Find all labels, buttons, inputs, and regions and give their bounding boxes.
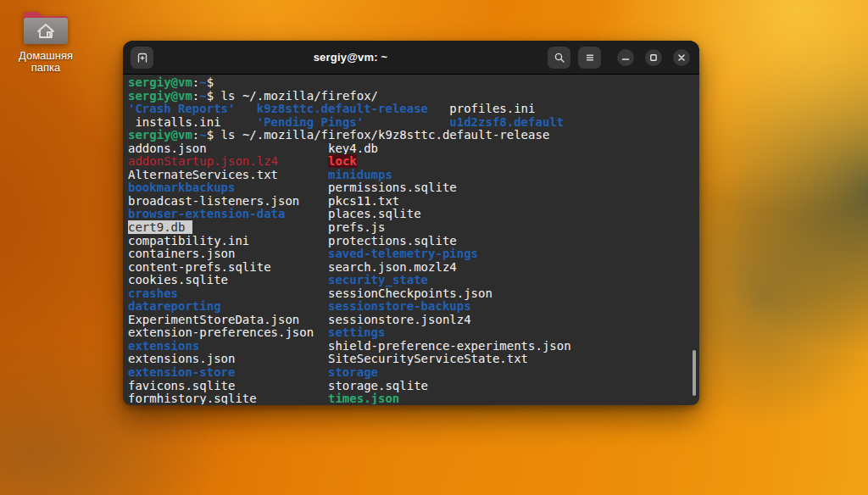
terminal-pad (221, 299, 328, 313)
terminal-line: addons.json key4.db (128, 142, 699, 156)
terminal-text-segment: shield-preference-experiments.json (328, 339, 571, 353)
terminal-line: sergiy@vm:~$ ls ~/.mozilla/firefox/k9z8s… (128, 129, 699, 142)
terminal-text-segment: broadcast-listeners.json (128, 194, 299, 208)
terminal-line: installs.ini 'Pending Pings' u1d2zsf8.de… (128, 116, 699, 130)
terminal-pad (299, 194, 328, 208)
terminal-text-segment: datareporting (128, 299, 221, 313)
terminal-window: sergiy@vm: ~ (123, 41, 699, 405)
terminal-line: compatibility.ini protections.sqlite (128, 235, 699, 248)
terminal-text-segment: profiles.ini (449, 102, 535, 115)
terminal-pad (428, 102, 449, 115)
terminal-text-segment: sessionstore-backups (328, 299, 471, 313)
terminal-text-segment: storage.sqlite (328, 379, 428, 392)
search-icon (554, 52, 565, 64)
terminal-line: cert9.db prefs.js (128, 221, 699, 235)
terminal-pad (207, 142, 328, 155)
scrollbar-thumb[interactable] (693, 350, 696, 396)
terminal-text-segment: containers.json (128, 247, 235, 260)
desktop-wallpaper: { "desktop": { "home_icon_label": "Домаш… (0, 0, 868, 495)
terminal-pad (271, 260, 328, 274)
terminal-pad (278, 154, 328, 168)
terminal-line: content-prefs.sqlite search.json.mozlz4 (128, 261, 699, 275)
window-title: sergiy@vm: ~ (153, 51, 548, 64)
terminal-text-segment: ~ (199, 128, 206, 142)
terminal-pad (221, 115, 257, 129)
home-folder-icon (21, 7, 70, 47)
terminal-line: extension-preferences.json settings (128, 326, 699, 340)
terminal-pad (235, 247, 328, 260)
terminal-line: ExperimentStoreData.json sessionstore.js… (128, 314, 699, 327)
terminal-text-segment: favicons.sqlite (128, 379, 235, 392)
terminal-pad (235, 379, 328, 392)
terminal-line: sergiy@vm:~$ (128, 76, 699, 90)
terminal-pad (249, 234, 328, 248)
window-controls (617, 49, 690, 66)
hamburger-menu-icon (584, 52, 596, 64)
terminal-text-segment: addons.json (128, 142, 207, 155)
terminal-text-segment: minidumps (328, 168, 392, 181)
terminal-pad (285, 207, 328, 220)
terminal-text-segment: extensions.json (128, 352, 235, 365)
terminal-text-segment: content-prefs.sqlite (128, 260, 271, 274)
terminal-output[interactable]: sergiy@vm:~$sergiy@vm:~$ ls ~/.mozilla/f… (123, 75, 699, 404)
terminal-text-segment: AlternateServices.txt (128, 168, 278, 181)
terminal-text-segment: crashes (128, 286, 178, 300)
terminal-pad (178, 286, 328, 300)
terminal-line: extension-store storage (128, 366, 699, 380)
home-folder-shortcut[interactable]: Домашняя папка (10, 7, 81, 75)
terminal-line: extensions shield-preference-experiments… (128, 340, 699, 353)
terminal-line: browser-extension-data places.sqlite (128, 208, 699, 221)
terminal-line: addonStartup.json.lz4 lock (128, 155, 699, 169)
terminal-line: favicons.sqlite storage.sqlite (128, 380, 699, 393)
terminal-pad (235, 365, 328, 379)
terminal-text-segment: settings (328, 325, 385, 339)
terminal-text-segment: 'Pending Pings' (257, 115, 364, 129)
terminal-line: AlternateServices.txt minidumps (128, 169, 699, 182)
search-button[interactable] (548, 47, 570, 69)
terminal-line: containers.json saved-telemetry-pings (128, 248, 699, 261)
terminal-text-segment: addonStartup.json.lz4 (128, 154, 278, 168)
close-button[interactable] (673, 49, 690, 66)
close-icon (677, 53, 686, 62)
terminal-text-segment: cert9.db (128, 220, 192, 234)
terminal-text-segment: u1d2zsf8.default (449, 115, 564, 129)
terminal-text-segment: storage (328, 365, 378, 379)
terminal-text-segment: sergiy@vm (128, 75, 192, 89)
terminal-text-segment: sessionCheckpoints.json (328, 286, 492, 300)
minimize-button[interactable] (617, 49, 634, 66)
minimize-icon (621, 53, 630, 62)
terminal-pad (192, 220, 328, 234)
terminal-text-segment: compatibility.ini (128, 234, 249, 248)
terminal-text-segment: sergiy@vm (128, 128, 192, 142)
terminal-pad (257, 392, 328, 404)
terminal-pad (278, 168, 328, 181)
terminal-headerbar[interactable]: sergiy@vm: ~ (123, 41, 699, 75)
terminal-text-segment: installs.ini (128, 115, 221, 129)
terminal-text-segment: ~ (199, 89, 206, 103)
terminal-line: extensions.json SiteSecurityServiceState… (128, 353, 699, 366)
terminal-text-segment: ~ (199, 75, 206, 89)
terminal-line: broadcast-listeners.json pkcs11.txt (128, 195, 699, 209)
terminal-text-segment: SiteSecurityServiceState.txt (328, 352, 528, 365)
terminal-pad (228, 273, 328, 286)
terminal-text-segment: 'Crash Reports' (128, 102, 235, 115)
terminal-line: datareporting sessionstore-backups (128, 300, 699, 314)
terminal-text-segment: bookmarkbackups (128, 181, 235, 194)
maximize-button[interactable] (645, 49, 662, 66)
terminal-pad (314, 325, 328, 339)
terminal-text-segment: k9z8sttc.default-release (257, 102, 428, 115)
terminal-text-segment: key4.db (328, 142, 378, 155)
terminal-text-segment: pkcs11.txt (328, 194, 399, 208)
terminal-pad (235, 352, 328, 365)
terminal-pad (299, 313, 328, 326)
new-tab-button[interactable] (131, 47, 153, 69)
terminal-text-segment: extension-store (128, 365, 235, 379)
terminal-text-segment: places.sqlite (328, 207, 421, 220)
terminal-text-segment: extension-preferences.json (128, 325, 314, 339)
terminal-text-segment: protections.sqlite (328, 234, 457, 248)
terminal-text-segment: extensions (128, 339, 199, 353)
terminal-line: sergiy@vm:~$ ls ~/.mozilla/firefox/ (128, 90, 699, 103)
terminal-pad (199, 339, 328, 353)
terminal-text-segment: permissions.sqlite (328, 181, 457, 194)
menu-button[interactable] (578, 47, 601, 69)
